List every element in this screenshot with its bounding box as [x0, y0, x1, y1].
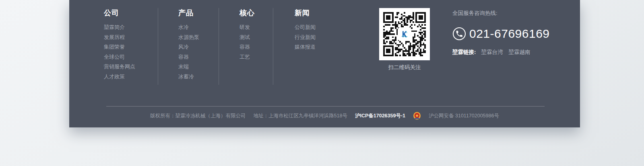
- footer-nav-link[interactable]: 水冷: [178, 25, 199, 30]
- footer-nav-link[interactable]: 风冷: [178, 44, 199, 50]
- footer-col-title: 新闻: [295, 9, 316, 17]
- footer-link-list: 研发测试容器工艺: [239, 25, 255, 59]
- footer-nav-link[interactable]: 容器: [239, 44, 255, 50]
- wechat-qr-block: 扫二维码关注: [379, 8, 430, 71]
- footer-nav-link[interactable]: 水源热泵: [178, 35, 199, 40]
- contact-block: 全国服务咨询热线: 021-67696169 堃霖链接: 堃霖台湾堃霖越南: [452, 10, 550, 55]
- copyright-text: 版权所有：堃霖冷冻机械（上海）有限公司: [150, 113, 246, 119]
- hotline-label: 全国服务咨询热线:: [452, 10, 550, 16]
- footer-nav-link[interactable]: 工艺: [239, 54, 255, 60]
- footer-col-news: 新闻 公司新闻行业新闻媒体报道: [295, 9, 316, 50]
- footer-nav-link[interactable]: 营销服务网点: [104, 64, 135, 70]
- hotline-number: 021-67696169: [469, 27, 550, 40]
- footer-nav-link[interactable]: 全球公司: [104, 54, 135, 60]
- footer-nav-link[interactable]: 发展历程: [104, 35, 135, 40]
- site-footer: 公司 堃霖简介发展历程集团荣誉全球公司营销服务网点人才政策 产品 水冷水源热泵风…: [69, 0, 580, 127]
- footer-link-list: 水冷水源热泵风冷容器末端冰蓄冷: [178, 25, 199, 79]
- external-links-row: 堃霖链接: 堃霖台湾堃霖越南: [452, 49, 550, 55]
- footer-nav-link[interactable]: 人才政策: [104, 74, 135, 80]
- footer-divider: [106, 106, 545, 107]
- footer-nav-link[interactable]: 媒体报道: [295, 44, 316, 50]
- external-link[interactable]: 堃霖台湾: [481, 49, 503, 55]
- column-divider: [219, 8, 219, 85]
- page-background: 公司 堃霖简介发展历程集团荣誉全球公司营销服务网点人才政策 产品 水冷水源热泵风…: [0, 0, 644, 166]
- police-record-link[interactable]: 沪公网安备 31011702005986号: [429, 113, 499, 119]
- copyright-row: 版权所有：堃霖冷冻机械（上海）有限公司 地址：上海市松江区九亭镇洋河浜路518号…: [69, 112, 580, 120]
- footer-nav-link[interactable]: 研发: [239, 25, 255, 30]
- column-divider: [273, 8, 273, 85]
- footer-link-list: 公司新闻行业新闻媒体报道: [295, 25, 316, 50]
- footer-nav-link[interactable]: 容器: [178, 54, 199, 60]
- footer-nav-link[interactable]: 行业新闻: [295, 35, 316, 40]
- external-link[interactable]: 堃霖越南: [509, 49, 530, 55]
- qr-caption: 扫二维码关注: [379, 64, 430, 71]
- phone-icon: [452, 27, 466, 41]
- icp-license-link[interactable]: 沪ICP备17026359号-1: [355, 113, 405, 119]
- footer-nav-link[interactable]: 堃霖简介: [104, 25, 135, 30]
- footer-nav-link[interactable]: 末端: [178, 64, 199, 70]
- wechat-qr-code: [379, 8, 430, 60]
- external-links-label: 堃霖链接:: [452, 49, 476, 55]
- column-divider: [158, 8, 158, 85]
- footer-nav-link[interactable]: 冰蓄冷: [178, 74, 199, 80]
- hotline-row: 021-67696169: [452, 27, 550, 41]
- footer-col-title: 公司: [104, 9, 135, 17]
- external-links: 堃霖台湾堃霖越南: [481, 49, 536, 55]
- footer-col-title: 核心: [239, 9, 255, 17]
- footer-col-products: 产品 水冷水源热泵风冷容器末端冰蓄冷: [178, 9, 199, 79]
- footer-col-title: 产品: [178, 9, 199, 17]
- footer-nav-link[interactable]: 测试: [239, 35, 255, 40]
- footer-nav-link[interactable]: 公司新闻: [295, 25, 316, 30]
- address-text: 地址：上海市松江区九亭镇洋河浜路518号: [254, 113, 347, 119]
- footer-nav-link[interactable]: 集团荣誉: [104, 44, 135, 50]
- footer-link-list: 堃霖简介发展历程集团荣誉全球公司营销服务网点人才政策: [104, 25, 135, 79]
- police-badge-icon: [413, 112, 421, 120]
- company-logo-icon: [398, 28, 411, 40]
- footer-col-company: 公司 堃霖简介发展历程集团荣誉全球公司营销服务网点人才政策: [104, 9, 135, 79]
- footer-col-core: 核心 研发测试容器工艺: [239, 9, 255, 59]
